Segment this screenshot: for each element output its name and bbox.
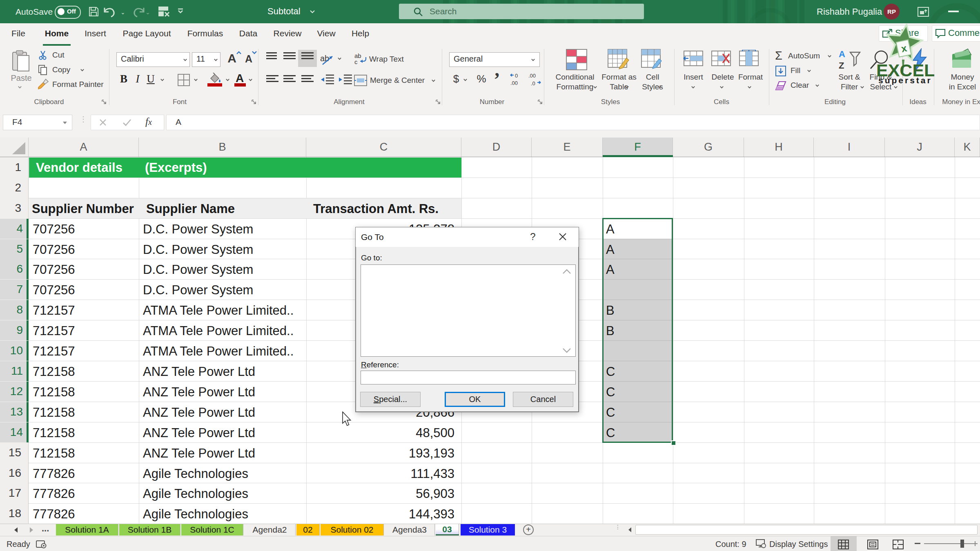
svg-text:c: c bbox=[354, 58, 358, 64]
svg-text:.0: .0 bbox=[531, 80, 535, 87]
svg-text:.00: .00 bbox=[510, 80, 518, 86]
svg-text:ab: ab bbox=[320, 54, 329, 63]
svg-text:0: 0 bbox=[515, 73, 518, 79]
svg-text:.00: .00 bbox=[528, 73, 536, 79]
svg-text:Z: Z bbox=[839, 60, 844, 70]
svg-text:A: A bbox=[839, 49, 845, 59]
